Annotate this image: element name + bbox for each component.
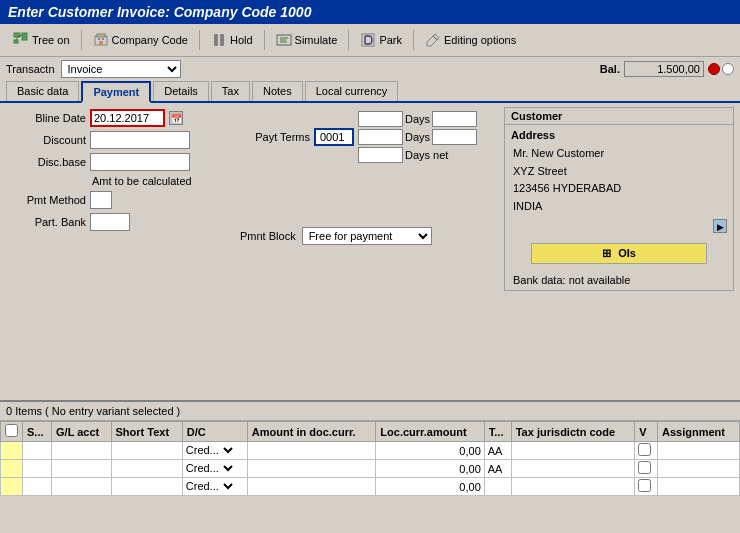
pmt-method-input[interactable] [90,191,112,209]
row2-short[interactable] [111,460,182,478]
row1-v-check[interactable] [638,443,651,456]
table-row: Cred... 0,00 AA [1,442,740,460]
part-bank-label: Part. Bank [6,216,86,228]
days-column: Days Days Days net [358,111,477,163]
table-wrapper: S... G/L acct Short Text D/C Amount in d… [0,421,740,496]
bline-date-input[interactable] [90,109,165,127]
tab-notes[interactable]: Notes [252,81,303,101]
row3-v-check[interactable] [638,479,651,492]
customer-name: Mr. New Customer [513,145,725,163]
days-input-3[interactable] [358,147,403,163]
svg-rect-3 [14,40,18,43]
row1-dc-select[interactable] [222,444,236,457]
park-button[interactable]: Park [353,28,409,52]
row2-dc-value: Cred... [186,462,219,474]
pmt-method-row: Pmt Method [6,189,236,211]
customer-section-label: Customer [505,108,733,125]
row1-gl[interactable] [52,442,111,460]
tab-local-currency[interactable]: Local currency [305,81,399,101]
row1-dc[interactable]: Cred... [182,442,247,460]
th-gl-acct: G/L acct [52,422,111,442]
row3-gl[interactable] [52,478,111,496]
hold-button[interactable]: Hold [204,28,260,52]
row1-taxj[interactable] [511,442,634,460]
row3-dc-value: Cred... [186,480,219,492]
ois-button[interactable]: ⊞ OIs [531,243,707,264]
bal-input[interactable] [624,61,704,77]
days-row-2: Days [358,129,477,145]
transactn-select[interactable]: Invoice [61,60,181,78]
days-input-2[interactable] [358,129,403,145]
editing-options-button[interactable]: Editing options [418,28,523,52]
company-code-label: Company Code [112,34,188,46]
simulate-icon [276,32,292,48]
row3-s[interactable] [23,478,52,496]
disc-base-input[interactable] [90,153,190,171]
row2-select [1,460,23,478]
separator-1 [81,30,82,50]
row3-dc-select[interactable] [222,480,236,493]
row1-select [1,442,23,460]
row2-dc[interactable]: Cred... [182,460,247,478]
row3-assign[interactable] [657,478,739,496]
days-input-1[interactable] [358,111,403,127]
days-value-1[interactable] [432,111,477,127]
company-code-icon [93,32,109,48]
discount-input[interactable] [90,131,190,149]
bal-label: Bal. [600,63,620,75]
tab-basic-data[interactable]: Basic data [6,81,79,101]
ois-icon: ⊞ [602,247,611,259]
row3-loc: 0,00 [376,478,484,496]
address-label: Address [509,127,729,143]
row2-dc-select[interactable] [222,462,236,475]
tree-on-button[interactable]: Tree on [6,28,77,52]
part-bank-input[interactable] [90,213,130,231]
payt-terms-input[interactable] [314,128,354,146]
row1-s[interactable] [23,442,52,460]
select-all-checkbox[interactable] [5,424,18,437]
row3-short[interactable] [111,478,182,496]
pmt-method-label: Pmt Method [6,194,86,206]
tree-on-label: Tree on [32,34,70,46]
row1-amount[interactable] [247,442,376,460]
ois-label: OIs [618,247,636,259]
row2-taxj[interactable] [511,460,634,478]
row2-amount[interactable] [247,460,376,478]
transactn-label: Transactn [6,63,55,75]
row2-gl[interactable] [52,460,111,478]
row2-assign[interactable] [657,460,739,478]
svg-rect-1 [22,33,27,36]
pmnt-block-select[interactable]: Free for payment [302,227,432,245]
days-value-2[interactable] [432,129,477,145]
payt-terms-label: Payt Terms [240,131,310,143]
simulate-button[interactable]: Simulate [269,28,345,52]
company-code-button[interactable]: Company Code [86,28,195,52]
svg-rect-7 [97,34,105,37]
customer-country: INDIA [513,198,725,216]
svg-rect-12 [220,34,224,46]
nav-icon[interactable]: ▶ [713,219,727,233]
disc-base-label: Disc.base [6,156,86,168]
separator-4 [348,30,349,50]
content-area: Bline Date 📅 Discount Disc.base Amt to b… [0,103,740,295]
row3-taxj[interactable] [511,478,634,496]
days-row-1: Days [358,111,477,127]
th-tax-jurisdictn: Tax jurisdictn code [511,422,634,442]
tab-tax[interactable]: Tax [211,81,250,101]
row1-assign[interactable] [657,442,739,460]
left-form: Bline Date 📅 Discount Disc.base Amt to b… [6,107,236,291]
row2-v-check[interactable] [638,461,651,474]
days-net-label: Days net [405,149,448,161]
calendar-icon[interactable]: 📅 [169,111,183,125]
th-select-all[interactable] [1,422,23,442]
payt-terms-row: Payt Terms Days Days [240,109,500,165]
row1-short[interactable] [111,442,182,460]
title-bar: Enter Customer Invoice: Company Code 100… [0,0,740,24]
row3-dc[interactable]: Cred... [182,478,247,496]
row3-amount[interactable] [247,478,376,496]
tab-details[interactable]: Details [153,81,209,101]
row1-dc-value: Cred... [186,444,219,456]
tab-payment[interactable]: Payment [81,81,151,103]
row2-s[interactable] [23,460,52,478]
th-v: V [635,422,658,442]
